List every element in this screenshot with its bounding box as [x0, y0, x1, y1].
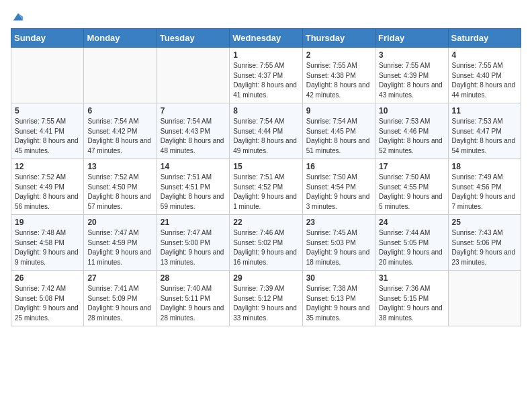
day-info: Sunrise: 7:54 AM Sunset: 4:42 PM Dayligh…	[87, 117, 152, 156]
calendar-cell: 15Sunrise: 7:51 AM Sunset: 4:52 PM Dayli…	[230, 159, 302, 215]
day-number: 23	[306, 218, 371, 227]
calendar-cell: 3Sunrise: 7:55 AM Sunset: 4:39 PM Daylig…	[375, 48, 448, 103]
calendar-header-sunday: Sunday	[11, 29, 84, 48]
page-header	[11, 11, 521, 23]
day-number: 3	[379, 50, 444, 60]
day-number: 13	[87, 162, 152, 171]
day-number: 7	[161, 106, 226, 116]
day-number: 8	[233, 106, 298, 116]
calendar-header-friday: Friday	[375, 29, 448, 48]
calendar-cell: 30Sunrise: 7:38 AM Sunset: 5:13 PM Dayli…	[302, 271, 375, 326]
day-number: 28	[161, 273, 226, 283]
day-info: Sunrise: 7:54 AM Sunset: 4:45 PM Dayligh…	[306, 117, 371, 156]
day-number: 11	[452, 106, 517, 116]
day-number: 2	[306, 50, 371, 60]
day-number: 20	[87, 218, 152, 227]
day-number: 1	[233, 50, 298, 60]
day-info: Sunrise: 7:42 AM Sunset: 5:08 PM Dayligh…	[15, 284, 80, 323]
calendar-cell	[11, 48, 84, 103]
day-info: Sunrise: 7:54 AM Sunset: 4:44 PM Dayligh…	[233, 117, 298, 156]
calendar-cell	[448, 271, 521, 326]
calendar-cell: 26Sunrise: 7:42 AM Sunset: 5:08 PM Dayli…	[11, 271, 84, 326]
day-number: 24	[379, 218, 444, 227]
day-info: Sunrise: 7:38 AM Sunset: 5:13 PM Dayligh…	[306, 284, 371, 323]
calendar-table: SundayMondayTuesdayWednesdayThursdayFrid…	[11, 28, 521, 326]
calendar-cell: 21Sunrise: 7:47 AM Sunset: 5:00 PM Dayli…	[157, 215, 229, 271]
day-info: Sunrise: 7:55 AM Sunset: 4:41 PM Dayligh…	[15, 117, 80, 156]
day-number: 18	[452, 162, 517, 171]
calendar-cell: 2Sunrise: 7:55 AM Sunset: 4:38 PM Daylig…	[302, 48, 375, 103]
calendar-header-wednesday: Wednesday	[230, 29, 302, 48]
day-info: Sunrise: 7:55 AM Sunset: 4:38 PM Dayligh…	[306, 61, 371, 100]
day-info: Sunrise: 7:53 AM Sunset: 4:46 PM Dayligh…	[379, 117, 444, 156]
day-info: Sunrise: 7:55 AM Sunset: 4:37 PM Dayligh…	[233, 61, 298, 100]
day-info: Sunrise: 7:36 AM Sunset: 5:15 PM Dayligh…	[379, 284, 444, 323]
day-info: Sunrise: 7:53 AM Sunset: 4:47 PM Dayligh…	[452, 117, 517, 156]
day-info: Sunrise: 7:48 AM Sunset: 4:58 PM Dayligh…	[15, 228, 80, 267]
calendar-cell: 1Sunrise: 7:55 AM Sunset: 4:37 PM Daylig…	[230, 48, 302, 103]
calendar-cell: 8Sunrise: 7:54 AM Sunset: 4:44 PM Daylig…	[230, 103, 302, 159]
day-info: Sunrise: 7:47 AM Sunset: 5:00 PM Dayligh…	[161, 228, 226, 267]
day-number: 14	[161, 162, 226, 171]
day-number: 12	[15, 162, 80, 171]
day-info: Sunrise: 7:41 AM Sunset: 5:09 PM Dayligh…	[87, 284, 152, 323]
day-number: 25	[452, 218, 517, 227]
day-number: 22	[233, 218, 298, 227]
calendar-cell: 4Sunrise: 7:55 AM Sunset: 4:40 PM Daylig…	[448, 48, 521, 103]
day-info: Sunrise: 7:46 AM Sunset: 5:02 PM Dayligh…	[233, 228, 298, 267]
calendar-cell: 7Sunrise: 7:54 AM Sunset: 4:43 PM Daylig…	[157, 103, 229, 159]
logo-icon	[12, 11, 24, 23]
calendar-cell: 11Sunrise: 7:53 AM Sunset: 4:47 PM Dayli…	[448, 103, 521, 159]
day-info: Sunrise: 7:45 AM Sunset: 5:03 PM Dayligh…	[306, 228, 371, 267]
day-info: Sunrise: 7:44 AM Sunset: 5:05 PM Dayligh…	[379, 228, 444, 267]
day-info: Sunrise: 7:47 AM Sunset: 4:59 PM Dayligh…	[87, 228, 152, 267]
calendar-cell: 10Sunrise: 7:53 AM Sunset: 4:46 PM Dayli…	[375, 103, 448, 159]
day-number: 9	[306, 106, 371, 116]
calendar-cell: 16Sunrise: 7:50 AM Sunset: 4:54 PM Dayli…	[302, 159, 375, 215]
day-info: Sunrise: 7:39 AM Sunset: 5:12 PM Dayligh…	[233, 284, 298, 323]
calendar-cell: 25Sunrise: 7:43 AM Sunset: 5:06 PM Dayli…	[448, 215, 521, 271]
calendar-cell: 12Sunrise: 7:52 AM Sunset: 4:49 PM Dayli…	[11, 159, 84, 215]
day-number: 29	[233, 273, 298, 283]
day-info: Sunrise: 7:50 AM Sunset: 4:54 PM Dayligh…	[306, 173, 371, 212]
day-number: 30	[306, 273, 371, 283]
calendar-header-saturday: Saturday	[448, 29, 521, 48]
day-info: Sunrise: 7:55 AM Sunset: 4:39 PM Dayligh…	[379, 61, 444, 100]
calendar-header-thursday: Thursday	[302, 29, 375, 48]
calendar-cell: 22Sunrise: 7:46 AM Sunset: 5:02 PM Dayli…	[230, 215, 302, 271]
calendar-cell: 17Sunrise: 7:50 AM Sunset: 4:55 PM Dayli…	[375, 159, 448, 215]
day-number: 10	[379, 106, 444, 116]
day-number: 4	[452, 50, 517, 60]
calendar-cell	[157, 48, 229, 103]
day-info: Sunrise: 7:54 AM Sunset: 4:43 PM Dayligh…	[161, 117, 226, 156]
calendar-cell: 29Sunrise: 7:39 AM Sunset: 5:12 PM Dayli…	[230, 271, 302, 326]
calendar-cell: 18Sunrise: 7:49 AM Sunset: 4:56 PM Dayli…	[448, 159, 521, 215]
day-number: 21	[161, 218, 226, 227]
logo	[11, 11, 24, 23]
calendar-cell: 28Sunrise: 7:40 AM Sunset: 5:11 PM Dayli…	[157, 271, 229, 326]
calendar-cell: 24Sunrise: 7:44 AM Sunset: 5:05 PM Dayli…	[375, 215, 448, 271]
day-number: 17	[379, 162, 444, 171]
calendar-cell: 23Sunrise: 7:45 AM Sunset: 5:03 PM Dayli…	[302, 215, 375, 271]
day-number: 31	[379, 273, 444, 283]
day-info: Sunrise: 7:52 AM Sunset: 4:50 PM Dayligh…	[87, 173, 152, 212]
calendar-cell: 6Sunrise: 7:54 AM Sunset: 4:42 PM Daylig…	[84, 103, 157, 159]
calendar-header-tuesday: Tuesday	[157, 29, 229, 48]
day-info: Sunrise: 7:52 AM Sunset: 4:49 PM Dayligh…	[15, 173, 80, 212]
calendar-cell: 19Sunrise: 7:48 AM Sunset: 4:58 PM Dayli…	[11, 215, 84, 271]
calendar-cell	[84, 48, 157, 103]
calendar-cell: 20Sunrise: 7:47 AM Sunset: 4:59 PM Dayli…	[84, 215, 157, 271]
day-number: 6	[87, 106, 152, 116]
day-number: 19	[15, 218, 80, 227]
day-info: Sunrise: 7:43 AM Sunset: 5:06 PM Dayligh…	[452, 228, 517, 267]
calendar-cell: 14Sunrise: 7:51 AM Sunset: 4:51 PM Dayli…	[157, 159, 229, 215]
calendar-header-monday: Monday	[84, 29, 157, 48]
calendar-cell: 31Sunrise: 7:36 AM Sunset: 5:15 PM Dayli…	[375, 271, 448, 326]
day-info: Sunrise: 7:50 AM Sunset: 4:55 PM Dayligh…	[379, 173, 444, 212]
calendar-cell: 5Sunrise: 7:55 AM Sunset: 4:41 PM Daylig…	[11, 103, 84, 159]
calendar-cell: 27Sunrise: 7:41 AM Sunset: 5:09 PM Dayli…	[84, 271, 157, 326]
calendar-cell: 9Sunrise: 7:54 AM Sunset: 4:45 PM Daylig…	[302, 103, 375, 159]
day-number: 15	[233, 162, 298, 171]
day-number: 16	[306, 162, 371, 171]
day-info: Sunrise: 7:55 AM Sunset: 4:40 PM Dayligh…	[452, 61, 517, 100]
